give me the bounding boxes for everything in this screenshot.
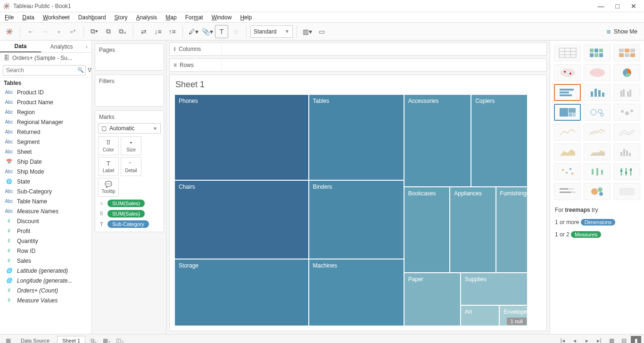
marks-color[interactable]: ⠿Color [98,136,119,155]
sort-asc-button[interactable]: ↓≡ [151,25,165,38]
showme-pie[interactable] [613,64,640,81]
datasource-tab-icon[interactable]: ▦ [3,336,13,343]
field-longitude-generate-[interactable]: 🌐Longitude (generate... [0,276,91,285]
new-worksheet-tab[interactable]: ⧉₊ [88,336,99,343]
maximize-button[interactable]: □ [616,2,619,10]
field-regional-manager[interactable]: AbcRegional Manager [0,117,91,127]
sort-desc-button[interactable]: ↑≡ [165,25,179,38]
showme-hist[interactable] [613,143,640,160]
treemap-cell-furnishings[interactable]: Furnishings [496,187,528,273]
next-sheet-icon[interactable]: ▸ [582,336,592,343]
filter-icon[interactable]: ∇ [88,66,91,75]
showme-gantt[interactable] [613,163,640,180]
sheet-title[interactable]: Sheet 1 [170,75,546,92]
marks-tooltip[interactable]: 💬Tooltip [98,178,119,197]
treemap-cell-bookcases[interactable]: Bookcases [404,187,450,273]
marks-label[interactable]: TLabel [98,157,119,176]
new-story-tab[interactable]: ◫₊ [115,336,125,343]
treemap-cell-storage[interactable]: Storage [174,259,309,326]
clear-button[interactable]: ⧉ₓ [116,25,129,38]
tab-data[interactable]: Data [0,41,41,52]
showme-dual-area[interactable] [584,143,611,160]
treemap-cell-copiers[interactable]: Copiers [471,94,528,187]
showme-dual-line[interactable] [584,124,611,141]
field-latitude-generated-[interactable]: 🌐Latitude (generated) [0,266,91,276]
field-product-name[interactable]: AbcProduct Name [0,97,91,107]
minimize-button[interactable]: — [598,2,604,10]
show-cards-button[interactable]: ▥▾ [301,25,314,38]
treemap-cell-machines[interactable]: Machines [309,259,404,326]
showme-heatmap[interactable] [584,44,611,61]
menu-worksheet[interactable]: Worksheet [43,14,70,21]
field-orders-count-[interactable]: #Orders+ (Count) [0,285,91,295]
rows-shelf[interactable]: ≡Rows [169,59,547,72]
filters-shelf[interactable]: Filters [95,75,164,107]
treemap-cell-appliances[interactable]: Appliances [450,187,495,273]
prev-sheet-icon[interactable]: ◂ [570,336,580,343]
showme-bullet[interactable] [554,183,581,200]
close-button[interactable]: ✕ [631,2,636,10]
columns-shelf[interactable]: ⦀Columns [169,42,547,56]
menu-window[interactable]: Window [212,14,232,21]
pages-shelf[interactable]: Pages [95,43,164,71]
swap-button[interactable]: ⇄ [137,25,150,38]
showme-line[interactable] [554,124,581,141]
showme-box[interactable] [584,163,611,180]
save-button[interactable]: ▫ [52,25,66,38]
group-button[interactable]: 📎▾ [201,25,214,38]
field-discount[interactable]: #Discount [0,216,91,226]
treemap-cell-phones[interactable]: Phones [174,94,309,180]
filmstrip-icon[interactable]: ▦ [606,336,617,343]
field-profit[interactable]: #Profit [0,226,91,236]
highlight-button[interactable]: 🖊▾ [187,25,200,38]
field-sales[interactable]: #Sales [0,256,91,266]
showme-table[interactable] [554,44,581,61]
treemap-cell-binders[interactable]: Binders [309,180,404,259]
marks-detail[interactable]: ⠂Detail [121,157,141,176]
field-sub-category[interactable]: AbcSub-Category [0,186,91,196]
collapse-pane-icon[interactable]: ‹ [82,41,91,52]
field-quantity[interactable]: #Quantity [0,236,91,246]
marks-size[interactable]: •Size [121,136,141,155]
tab-analytics[interactable]: Analytics [41,41,82,52]
null-indicator[interactable]: 1 null [507,318,527,325]
showme-treemap[interactable] [554,104,581,121]
last-sheet-icon[interactable]: ▸| [594,336,604,343]
treemap-cell-accessories[interactable]: Accessories [404,94,471,187]
duplicate-button[interactable]: ⧉ [102,25,115,38]
showme-multi-line[interactable] [613,124,640,141]
menu-analysis[interactable]: Analysis [136,14,157,21]
pill-sum-sales-[interactable]: ○SUM(Sales) [98,200,161,207]
new-worksheet-button[interactable]: ⧉▾ [88,25,101,38]
menu-dashboard[interactable]: Dashboard [78,14,106,21]
field-row-id[interactable]: #Row ID [0,246,91,256]
field-measure-values[interactable]: #Measure Values [0,295,91,305]
showme-circle[interactable] [584,104,611,121]
menu-data[interactable]: Data [22,14,34,21]
menu-map[interactable]: Map [165,14,176,21]
menu-format[interactable]: Format [185,14,203,21]
showme-bubble[interactable] [584,183,611,200]
pill-sum-sales-[interactable]: ⠿SUM(Sales) [98,210,161,218]
redo-button[interactable]: → [38,25,51,38]
new-data-button[interactable]: ▫⁺ [66,25,80,38]
tableau-home-icon[interactable] [3,25,16,38]
datasource-row[interactable]: 🗄 Orders+ (Sample - Su... [0,53,91,63]
first-sheet-icon[interactable]: |◂ [557,336,568,343]
showme-side-bar[interactable] [613,84,640,101]
label-toggle-button[interactable]: T [215,25,228,38]
showme-hbar[interactable] [554,84,581,101]
mark-type-dropdown[interactable]: ▢Automatic▼ [98,123,161,134]
treemap-cell-tables[interactable]: Tables [309,94,404,180]
menu-story[interactable]: Story [115,14,128,21]
treemap-cell-paper[interactable]: Paper [404,273,461,326]
menu-file[interactable]: File [5,14,14,21]
show-me-toggle[interactable]: ≣ Show Me [606,28,641,35]
field-sheet[interactable]: AbcSheet [0,147,91,157]
pin-button[interactable]: ☆ [229,25,242,38]
viz-canvas[interactable]: Sheet 1 PhonesChairsStorageTablesBinders… [169,75,547,331]
new-dashboard-tab[interactable]: ▦₊ [101,336,112,343]
field-returned[interactable]: AbcReturned [0,127,91,137]
fit-dropdown[interactable]: Standard▼ [250,25,293,38]
search-input[interactable] [3,65,86,75]
